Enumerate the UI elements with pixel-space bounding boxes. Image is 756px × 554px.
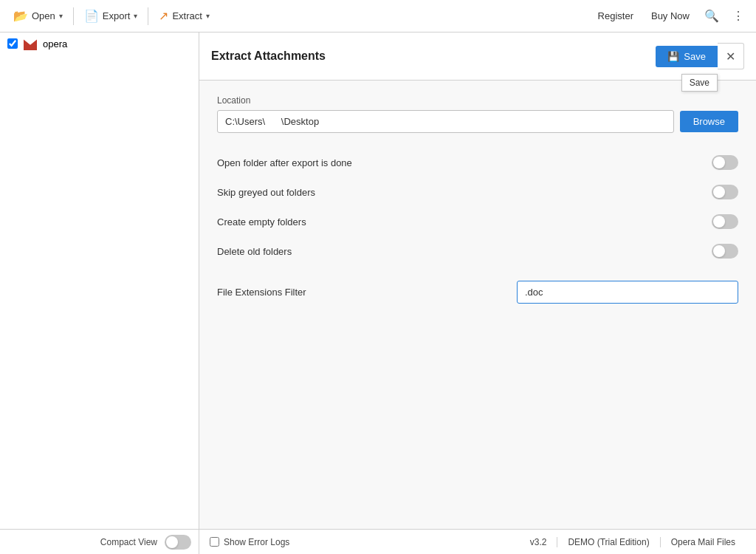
status-right: Show Error Logs v3.2 DEMO (Trial Edition… bbox=[199, 537, 756, 547]
save-disk-icon: 💾 bbox=[667, 51, 679, 62]
opera-checkbox[interactable] bbox=[7, 38, 18, 49]
open-label: Open bbox=[32, 10, 55, 21]
save-button[interactable]: 💾 Save bbox=[656, 46, 718, 67]
location-input[interactable] bbox=[217, 110, 674, 133]
show-error-label: Show Error Logs bbox=[224, 537, 289, 547]
save-label: Save bbox=[684, 51, 706, 62]
separator-2 bbox=[148, 7, 148, 25]
toggle-delete-old-label: Delete old folders bbox=[217, 246, 292, 257]
toggle-open-folder-label: Open folder after export is done bbox=[217, 157, 352, 168]
edition-label: DEMO (Trial Edition) bbox=[568, 537, 660, 547]
browse-button[interactable]: Browse bbox=[680, 111, 738, 132]
panel-body: Location Browse Open folder after export… bbox=[199, 81, 756, 529]
panel-title: Extract Attachments bbox=[211, 49, 326, 63]
toolbar-right: Register Buy Now 🔍 ⋮ bbox=[591, 4, 750, 28]
sidebar-item-opera[interactable]: opera bbox=[0, 33, 199, 55]
sidebar: opera bbox=[0, 33, 199, 529]
more-icon: ⋮ bbox=[732, 9, 744, 23]
open-button[interactable]: 📂 Open ▾ bbox=[6, 5, 70, 27]
panel-header: Extract Attachments 💾 Save ✕ Save bbox=[199, 33, 756, 81]
filter-label: File Extensions Filter bbox=[217, 287, 306, 298]
status-bar: Compact View Show Error Logs v3.2 DEMO (… bbox=[0, 529, 756, 554]
version-label: v3.2 bbox=[530, 537, 558, 547]
status-left: Compact View bbox=[0, 530, 199, 554]
toggle-open-folder: Open folder after export is done bbox=[217, 148, 738, 177]
open-chevron-icon: ▾ bbox=[59, 12, 63, 20]
search-button[interactable]: 🔍 bbox=[700, 4, 724, 28]
close-button[interactable]: ✕ bbox=[718, 43, 744, 69]
location-group: Location Browse bbox=[217, 95, 738, 133]
show-error-checkbox[interactable] bbox=[210, 537, 219, 547]
extract-icon: ↗ bbox=[159, 9, 168, 23]
main-area: opera Extract Attachments 💾 Save ✕ Save bbox=[0, 33, 756, 529]
toggle-delete-old: Delete old folders bbox=[217, 236, 738, 266]
toggle-skip-greyed-label: Skip greyed out folders bbox=[217, 187, 315, 198]
panel: Extract Attachments 💾 Save ✕ Save Locati… bbox=[199, 33, 756, 529]
location-label: Location bbox=[217, 95, 738, 106]
save-tooltip: Save bbox=[681, 74, 718, 92]
export-label: Export bbox=[103, 10, 131, 21]
buynow-button[interactable]: Buy Now bbox=[644, 7, 697, 25]
filter-row: File Extensions Filter bbox=[217, 281, 738, 304]
panel-actions: 💾 Save ✕ Save bbox=[656, 43, 744, 69]
filetype-label: Opera Mail Files bbox=[671, 537, 746, 547]
toggle-open-folder-switch[interactable] bbox=[712, 155, 738, 170]
location-row: Browse bbox=[217, 110, 738, 133]
extract-chevron-icon: ▾ bbox=[206, 12, 210, 20]
toggle-create-empty: Create empty folders bbox=[217, 207, 738, 236]
toggle-skip-greyed: Skip greyed out folders bbox=[217, 177, 738, 207]
opera-email-icon bbox=[24, 37, 37, 50]
toggle-create-empty-label: Create empty folders bbox=[217, 216, 306, 228]
more-options-button[interactable]: ⋮ bbox=[726, 4, 750, 28]
show-error-row: Show Error Logs bbox=[210, 537, 289, 547]
separator-1 bbox=[73, 7, 74, 25]
export-chevron-icon: ▾ bbox=[134, 12, 137, 20]
toggle-skip-greyed-switch[interactable] bbox=[712, 185, 738, 199]
export-icon: 📄 bbox=[84, 9, 99, 23]
filter-input[interactable] bbox=[517, 281, 738, 304]
opera-label: opera bbox=[43, 38, 67, 49]
toggle-delete-old-switch[interactable] bbox=[712, 244, 738, 259]
export-button[interactable]: 📄 Export ▾ bbox=[77, 5, 145, 27]
toolbar: 📂 Open ▾ 📄 Export ▾ ↗ Extract ▾ Register… bbox=[0, 0, 756, 33]
extract-label: Extract bbox=[172, 10, 202, 21]
open-icon: 📂 bbox=[13, 9, 28, 23]
register-button[interactable]: Register bbox=[591, 7, 641, 25]
search-icon: 🔍 bbox=[704, 9, 719, 23]
compact-view-label: Compact View bbox=[100, 537, 157, 547]
compact-view-toggle[interactable] bbox=[165, 535, 191, 550]
toggle-create-empty-switch[interactable] bbox=[712, 214, 738, 229]
extract-button[interactable]: ↗ Extract ▾ bbox=[151, 5, 216, 27]
close-icon: ✕ bbox=[726, 49, 735, 64]
